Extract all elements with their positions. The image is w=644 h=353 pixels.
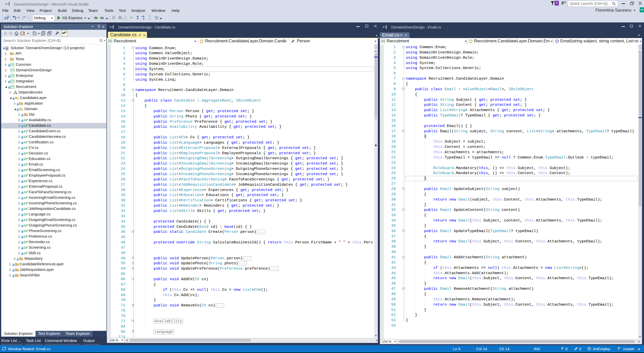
- svg-text:2: 2: [100, 17, 102, 19]
